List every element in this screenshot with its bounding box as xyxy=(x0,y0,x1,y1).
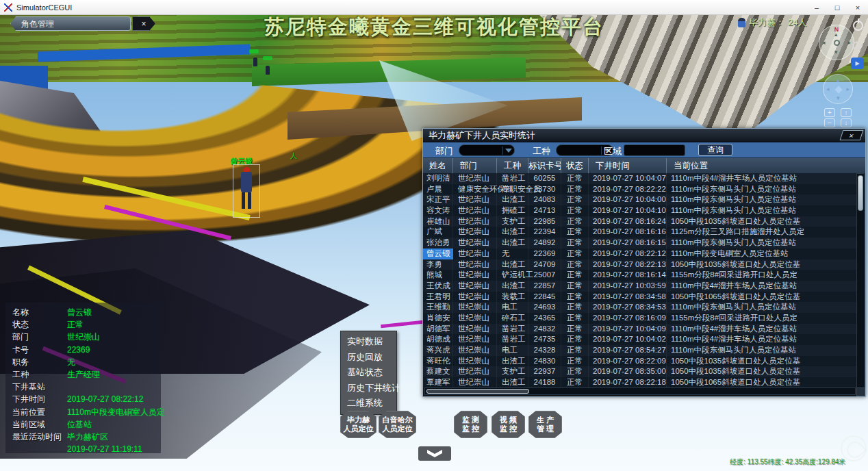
gear-icon[interactable]: ⚙ xyxy=(851,38,862,53)
cell-status: 正常 xyxy=(561,227,589,238)
dpad-center-icon[interactable] xyxy=(834,86,842,93)
zoom-out-button[interactable]: − xyxy=(824,118,835,127)
table-row[interactable]: 肖德安 世纪崇山 碎石工 24365 正常 2019-07-27 08:16:0… xyxy=(423,313,858,324)
column-header[interactable]: 状态 xyxy=(561,158,589,173)
table-row[interactable]: 李勇 世纪崇山 出渣工 24709 正常 2019-07-27 08:22:13… xyxy=(423,259,858,270)
close-button[interactable]: × xyxy=(847,0,868,14)
table-row[interactable]: 广斌 世纪崇山 出渣工 22394 正常 2019-07-27 08:16:16… xyxy=(423,227,858,238)
maximize-button[interactable]: □ xyxy=(827,0,847,14)
pan-right-icon[interactable]: ▸ xyxy=(846,86,850,92)
menu-item[interactable]: 历史下井统计 xyxy=(341,381,396,396)
table-row[interactable]: 王君明 世纪崇山 装载工 22845 正常 2019-07-27 08:34:5… xyxy=(423,292,858,303)
panel-titlebar[interactable]: 毕力赫矿下井人员实时统计 × xyxy=(423,129,865,142)
zoom-in-button[interactable]: + xyxy=(824,108,835,117)
nav-button[interactable]: 视 频 监 控 xyxy=(492,411,525,438)
table-row[interactable]: 崔雄山 世纪崇山 支护工 22985 正常 2019-07-27 08:16:2… xyxy=(423,216,858,227)
menu-item[interactable]: 历史回放 xyxy=(341,350,396,366)
cell-location: 1155m分段8#回采进路开口处人员定 xyxy=(667,270,858,281)
collapse-chevron-button[interactable] xyxy=(418,446,451,461)
role-manage-input[interactable]: 角色管理 xyxy=(10,16,131,31)
rotate-left-icon[interactable]: ◂ xyxy=(822,39,826,46)
table-row[interactable]: 蔡建文 世纪崇山 支护工 22937 正常 2019-07-27 08:35:0… xyxy=(423,366,858,377)
area-input[interactable] xyxy=(624,144,685,156)
table-row[interactable]: 蒋兴虎 世纪崇山 电工 24328 正常 2019-07-27 08:54:27… xyxy=(423,345,858,356)
horizontal-scrollbar[interactable] xyxy=(424,387,856,395)
pan-left-icon[interactable]: ◂ xyxy=(826,86,830,92)
compass-widget[interactable]: N ◂ ▸ ▴ ▾ xyxy=(819,25,854,60)
cell-location: 1155m分段8#回采进路开口处人员定 xyxy=(667,313,858,324)
table-row[interactable]: 刘明清 世纪崇山 凿岩工 60255 正常 2019-07-27 10:04:0… xyxy=(423,173,858,184)
elevate-down-button[interactable]: ↓ xyxy=(841,118,852,127)
nav-button-line1: 白音哈尔 xyxy=(379,411,416,424)
cell-department: 世纪崇山 xyxy=(453,249,497,259)
table-row[interactable]: 蒋旺伦 世纪崇山 出渣工 24830 正常 2019-07-27 08:22:0… xyxy=(423,356,858,367)
minimize-button[interactable]: – xyxy=(806,0,827,14)
table-row[interactable]: 宋正平 世纪崇山 出渣工 24083 正常 2019-07-27 10:04:0… xyxy=(423,194,858,205)
cell-status: 正常 xyxy=(561,377,589,388)
nav-button-line2: 监 控 xyxy=(492,424,525,433)
tilt-up-icon[interactable]: ▴ xyxy=(834,31,838,38)
table-row[interactable]: 曾云锻 世纪崇山 无 22369 正常 2019-07-27 08:22:12 … xyxy=(423,249,858,259)
elevate-up-button[interactable]: ↑ xyxy=(841,108,852,117)
nav-button[interactable]: 监 测 监 控 xyxy=(454,411,487,438)
scrollbar-thumb[interactable] xyxy=(858,175,863,211)
cell-status: 正常 xyxy=(561,366,589,377)
pan-down-icon[interactable]: ▾ xyxy=(837,94,840,101)
column-header[interactable]: 部门 xyxy=(453,158,497,173)
cell-status: 正常 xyxy=(561,302,589,313)
info-label: 名称 xyxy=(12,306,67,318)
table-row[interactable]: 容文涛 世纪崇山 拥碴工 24713 正常 2019-07-27 10:04:1… xyxy=(423,205,858,216)
column-header[interactable]: 当前位置 xyxy=(667,158,858,173)
table-row[interactable]: 熊城 世纪崇山 铲运机工 25007 正常 2019-07-27 08:16:1… xyxy=(423,270,858,281)
panel-close-button[interactable]: × xyxy=(840,130,864,140)
table-row[interactable]: 覃建军 世纪崇山 出渣工 24188 正常 2019-07-27 08:22:1… xyxy=(423,377,858,388)
column-header[interactable]: 下井时间 xyxy=(589,158,667,173)
pan-dpad-widget[interactable]: ◂ ▸ ▴ ▾ xyxy=(823,74,853,104)
menu-item[interactable]: 基站状态 xyxy=(341,365,396,381)
info-label: 下井时间 xyxy=(12,393,67,405)
table-row[interactable]: 卢晨 健康安全环保部 专职安全员 23730 正常 2019-07-27 08:… xyxy=(423,184,858,195)
info-label: 状态 xyxy=(12,318,67,331)
compass-center-icon[interactable] xyxy=(834,40,840,46)
table-row[interactable]: 胡德军 世纪崇山 凿岩工 24832 正常 2019-07-27 10:04:0… xyxy=(423,324,858,335)
distant-worker-figure xyxy=(253,58,257,66)
info-row: 职务 无 xyxy=(12,356,161,368)
power-icon[interactable] xyxy=(853,21,863,31)
menu-item[interactable]: 二维系统 xyxy=(341,396,396,411)
worker-avatar[interactable] xyxy=(241,172,252,192)
vertical-scrollbar[interactable] xyxy=(856,173,865,388)
query-button[interactable]: 查询 xyxy=(698,144,732,156)
dept-dropdown[interactable] xyxy=(459,144,515,156)
menu-item[interactable]: 实时数据 xyxy=(341,334,396,350)
chevron-down-icon[interactable] xyxy=(505,149,512,153)
panel-title: 毕力赫矿下井人员实时统计 xyxy=(429,129,535,142)
nav-button[interactable]: 白音哈尔 人员定位 xyxy=(379,411,416,438)
table-row[interactable]: 胡德成 世纪崇山 凿岩工 24735 正常 2019-07-27 10:04:0… xyxy=(423,334,858,345)
cell-time: 2019-07-27 08:16:09 xyxy=(589,313,667,324)
nav-button[interactable]: 生 产 管 理 xyxy=(528,411,562,438)
column-header[interactable]: 工种 xyxy=(497,158,528,173)
cell-card-id: 24083 xyxy=(528,194,561,205)
cell-name: 蒋旺伦 xyxy=(423,356,453,367)
role-manage-widget: 角色管理 × xyxy=(10,16,155,31)
cell-status: 正常 xyxy=(561,259,589,270)
cell-card-id: 22937 xyxy=(528,366,561,377)
info-value: 曾云锻 xyxy=(67,306,161,318)
cell-name: 熊城 xyxy=(423,270,453,281)
scrollbar-thumb[interactable] xyxy=(426,389,529,394)
tilt-down-icon[interactable]: ▾ xyxy=(834,49,838,55)
table-row[interactable]: 王伏成 世纪崇山 出渣工 22857 正常 2019-07-27 10:03:5… xyxy=(423,281,858,292)
cell-name: 王伏成 xyxy=(423,281,453,292)
pan-up-icon[interactable]: ▴ xyxy=(837,77,840,84)
cell-name: 蔡建文 xyxy=(423,366,453,377)
table-row[interactable]: 张治勇 世纪崇山 出渣工 24892 正常 2019-07-27 08:16:1… xyxy=(423,238,858,249)
role-clear-button[interactable]: × xyxy=(132,16,155,31)
table-row[interactable]: 王维勤 世纪崇山 电工 24693 正常 2019-07-27 08:34:53… xyxy=(423,302,858,313)
cell-status: 正常 xyxy=(561,334,589,345)
info-label: 职务 xyxy=(12,356,67,368)
info-label xyxy=(12,443,67,455)
nav-button[interactable]: 毕力赫 人员定位 xyxy=(340,411,376,438)
play-button[interactable]: ▶ xyxy=(851,58,864,69)
column-header[interactable]: 姓名 xyxy=(423,158,453,173)
column-header[interactable]: 标识卡号 xyxy=(528,158,561,173)
